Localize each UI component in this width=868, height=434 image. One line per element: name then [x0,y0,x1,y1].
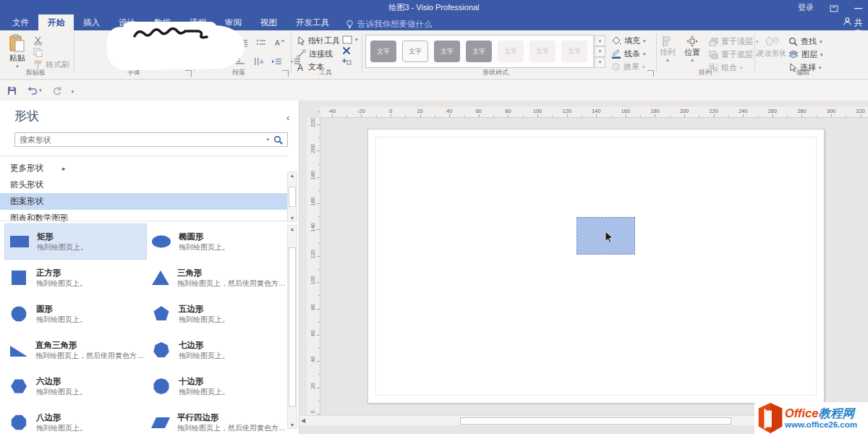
rectangle-tool-button[interactable]: ▾ [342,35,358,44]
circle-icon [7,305,30,323]
font-dialog-launcher-icon[interactable] [185,70,192,77]
gallery-up-icon: ▲ [595,35,605,46]
collapse-panel-icon[interactable]: ‹ [286,112,289,123]
rectangle-tool-icon [342,35,352,44]
stencil-category-图案形状[interactable]: 图案形状 [0,193,288,210]
minimize-button[interactable]: — [854,4,862,12]
paste-button[interactable]: 粘贴 ▾ [9,34,26,69]
search-icon[interactable] [272,135,287,145]
align-button[interactable]: 排列 ▾ [660,35,676,64]
sign-in-button[interactable]: 登录 [798,2,814,13]
shapes-panel: 形状 ‹ ▾ 更多形状▸箭头形状图案形状图表和数学图形 ▲▼ 矩形拖到绘图页上。… [0,101,299,434]
shape-item-正方形[interactable]: 正方形拖到绘图页上。 [4,260,147,296]
tab-开发工具[interactable]: 开发工具 [286,14,339,30]
shape-style-swatch-4[interactable]: 文字 [466,41,492,62]
redo-button[interactable] [52,86,61,95]
shape-styles-group-label: 形状样式 [463,68,528,77]
connection-point-icon [342,57,352,66]
line-button[interactable]: 线条▾ [611,48,646,59]
gallery-more-icon: ▼ [595,57,605,68]
decrease-indent-button[interactable] [269,55,284,68]
connection-point-button[interactable] [342,57,358,66]
decagon-icon [150,377,173,396]
shape-style-swatch-3[interactable]: 文字 [434,41,460,62]
undo-icon [27,86,37,95]
shape-style-swatch-5[interactable]: 文字 [498,41,524,62]
shape-item-八边形[interactable]: 八边形拖到绘图页上。 [4,404,147,434]
connector-tool-button[interactable]: 连接线 [297,48,340,59]
heptagon-icon [150,341,173,359]
shape-item-椭圆形[interactable]: 椭圆形拖到绘图页上。 [147,224,284,260]
scroll-down-icon: ▼ [290,422,295,427]
shape-style-swatch-1[interactable]: 文字 [370,41,396,62]
shape-item-矩形[interactable]: 矩形拖到绘图页上。 [4,224,147,260]
shape-style-swatch-7[interactable]: 文字 [561,41,587,62]
scroll-up-icon: ▲ [290,173,295,178]
scroll-up-icon: ▲ [290,226,295,231]
tab-开始[interactable]: 开始 [38,14,74,30]
tab-视图[interactable]: 视图 [251,14,286,30]
fill-button[interactable]: 填充▾ [611,35,646,46]
shape-item-平行四边形[interactable]: 平行四边形拖到绘图页上，然后使用黄色方形... [147,404,284,434]
drawing-page[interactable] [367,129,825,404]
gallery-scroll[interactable]: ▲▼▼ [595,35,605,67]
bullets-button[interactable] [254,36,268,49]
connect-shapes-button[interactable] [342,46,358,55]
window-title: 绘图3 - Visio Professional [0,2,868,13]
layers-button[interactable]: 图层▾ [788,49,823,60]
shape-item-六边形[interactable]: 六边形拖到绘图页上。 [4,368,147,404]
ribbon-display-options-icon[interactable] [830,4,838,12]
tab-文件[interactable]: 文件 [3,14,38,30]
align-shapes-icon [662,35,673,47]
shape-list-scrollbar[interactable]: ▲▼ [287,225,297,429]
qat-customize-button[interactable]: ▾ [72,86,75,95]
find-icon [788,37,798,46]
shape-search-box: ▾ [14,132,288,147]
watermark-brand-cn: 教程网 [818,407,854,420]
stencil-category-箭头形状[interactable]: 箭头形状 [0,176,288,193]
arrange-group-label: 排列 [680,68,731,77]
shape-item-三角形[interactable]: 三角形拖到绘图页上，然后使用黄色方形... [147,260,284,296]
page-margin-guide [375,137,817,396]
search-dropdown-icon[interactable]: ▾ [263,137,272,142]
category-scrollbar[interactable]: ▲▼ [287,171,297,222]
title-bar: 绘图3 - Visio Professional 登录 — [0,0,868,14]
position-button[interactable]: 位置 ▾ [684,35,700,64]
shape-item-十边形[interactable]: 十边形拖到绘图页上。 [147,368,284,404]
shape-item-直角三角形[interactable]: 直角三角形拖到绘图页上，然后使用黄色方形... [4,332,147,368]
shape-item-五边形[interactable]: 五边形拖到绘图页上。 [147,296,284,332]
send-to-back-button[interactable]: 置于底层▾ [709,49,759,60]
scrollbar-thumb[interactable] [460,417,731,425]
paragraph-dialog-launcher-icon[interactable] [282,70,289,77]
change-shape-button[interactable]: 更改形状 [757,35,786,59]
drawing-canvas[interactable]: -40-200204060801001201401601802002202402… [299,101,868,434]
shape-style-swatch-6[interactable]: 文字 [529,41,556,62]
bring-to-front-button[interactable]: 置于顶层▾ [709,36,759,47]
pointer-tool-icon [297,36,305,46]
copy-button[interactable] [33,48,69,57]
layers-icon [788,51,799,59]
text-direction-button[interactable]: A [251,55,265,68]
grow-font-button[interactable]: A [272,36,286,49]
tell-me-box[interactable]: 告诉我你想要做什么 [339,14,440,30]
save-button[interactable] [7,86,17,95]
pointer-tool-button[interactable]: 指针工具 [297,35,340,46]
gallery-down-icon: ▼ [595,46,605,57]
square-icon [7,268,30,287]
shape-styles-dialog-launcher-icon[interactable] [647,70,654,77]
shape-style-swatch-2[interactable]: 文字 [402,41,428,62]
shape-item-七边形[interactable]: 七边形拖到绘图页上。 [147,332,284,368]
cut-button[interactable] [33,36,69,46]
stencil-category-更多形状[interactable]: 更多形状▸ [0,160,288,176]
scroll-left-icon[interactable]: ◀ [301,417,305,424]
clipboard-group-label: 剪贴板 [10,68,61,77]
shapes-panel-title: 形状 [14,108,39,124]
watermark-logo: Office教程网 www.office26.com [754,402,868,434]
tab-插入[interactable]: 插入 [74,14,109,30]
shape-search-input[interactable] [15,135,263,144]
find-button[interactable]: 查找▾ [788,36,823,47]
effects-button[interactable]: 效果▾ [611,61,646,72]
undo-button[interactable]: ▾ [27,86,42,95]
shape-item-圆形[interactable]: 圆形拖到绘图页上。 [4,296,147,332]
watermark-url: www.office26.com [785,420,857,429]
